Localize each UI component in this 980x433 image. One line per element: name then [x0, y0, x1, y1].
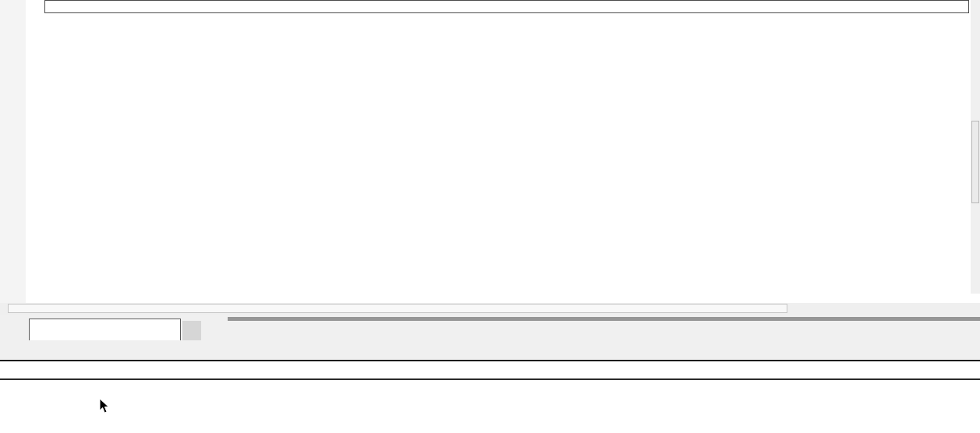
horizontal-scrollbar-thumb[interactable]: [8, 304, 787, 313]
ninjascript-editor-window: { "editor": { "base_line": 83, "current_…: [0, 0, 980, 433]
scroll-right-arrow-icon[interactable]: [971, 303, 978, 315]
scroll-left-arrow-icon[interactable]: [0, 303, 8, 315]
scroll-down-arrow-icon[interactable]: [971, 282, 980, 294]
new-tab-button[interactable]: [182, 321, 201, 340]
compile-error-banner: [0, 340, 980, 360]
horizontal-scrollbar[interactable]: [0, 303, 980, 315]
error-table-header: [0, 360, 980, 380]
panel-splitter[interactable]: [228, 317, 980, 321]
tab-strip: [0, 315, 980, 340]
error-status-icon: [1, 344, 12, 356]
vertical-scrollbar-thumb[interactable]: [971, 121, 979, 203]
current-line-highlight: [44, 0, 969, 13]
line-number-gutter: [0, 0, 26, 303]
error-table: [0, 360, 980, 380]
code-editor[interactable]: [0, 0, 980, 303]
vertical-scrollbar[interactable]: [971, 0, 980, 294]
mouse-cursor: [99, 398, 110, 417]
tab-supportresistanceandfibs[interactable]: [29, 319, 181, 341]
